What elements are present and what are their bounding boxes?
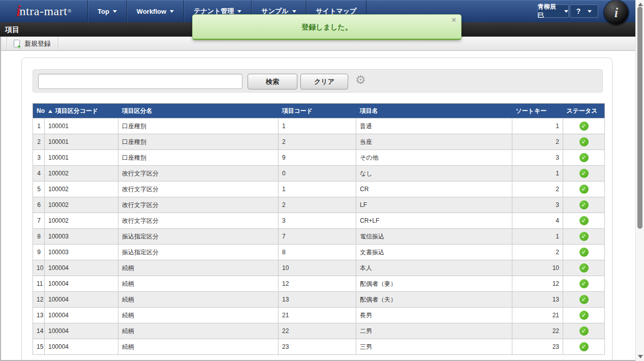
status-active-icon: ✓ [579,200,589,209]
cell-no: 8 [33,229,45,245]
cell-category-name: 口座種別 [118,134,279,150]
column-header-sort-key[interactable]: ソートキー [512,104,563,118]
status-active-icon: ✓ [579,342,589,351]
table-row[interactable]: 11100004続柄12配偶者（妻）12✓ [33,276,605,292]
table-row[interactable]: 14100004続柄22二男22✓ [33,323,605,339]
cell-category-code: 100002 [45,166,118,182]
search-input[interactable] [38,74,242,89]
cell-category-code: 100001 [45,118,118,134]
table-row[interactable]: 8100003振込指定区分7電信振込1✓ [33,229,605,245]
cell-item-code: 12 [279,276,356,292]
cell-item-code: 7 [279,229,356,245]
cell-no: 6 [33,197,45,213]
chevron-down-icon [588,10,592,13]
cell-no: 5 [33,182,45,197]
scroll-down-icon[interactable] [638,355,643,358]
status-active-icon: ✓ [579,295,589,304]
table-row[interactable]: 13100004続柄21長男21✓ [33,308,605,323]
table-row[interactable]: 3100001口座種別9その他3✓ [33,150,605,166]
cell-item-name: LF [356,197,512,213]
table-row[interactable]: 15100004続柄23三男23✓ [33,339,605,355]
cell-item-code: 2 [279,134,356,150]
cell-no: 4 [33,166,45,182]
table-row[interactable]: 12100004続柄13配偶者（夫）13✓ [33,292,605,308]
cell-item-name: 当座 [356,134,512,150]
close-icon[interactable]: × [452,16,456,23]
new-document-icon: + [14,40,20,48]
cell-sort-key: 13 [512,292,563,308]
logo-text: ntra-mart [20,5,68,18]
table-row[interactable]: 7100002改行文字区分3CR+LF4✓ [33,213,605,229]
intra-mart-circle-icon: i [604,1,628,24]
status-active-icon: ✓ [579,169,589,178]
cell-item-name: CR+LF [356,213,512,229]
scroll-up-icon[interactable] [638,3,643,6]
cell-category-name: 改行文字区分 [118,197,279,213]
cell-category-code: 100003 [45,245,118,260]
cell-category-name: 続柄 [118,292,279,308]
cell-sort-key: 21 [512,308,563,323]
cell-status: ✓ [563,339,605,355]
clear-button[interactable]: クリア [300,74,348,89]
cell-sort-key: 23 [512,339,563,355]
cell-status: ✓ [563,276,605,292]
table-row[interactable]: 2100001口座種別2当座2✓ [33,134,605,150]
table-row[interactable]: 10100004続柄10本人10✓ [33,260,605,276]
cell-item-name: 三男 [356,339,512,355]
cell-sort-key: 12 [512,276,563,292]
cell-category-code: 100002 [45,197,118,213]
cell-category-code: 100004 [45,276,118,292]
cell-category-name: 続柄 [118,323,279,339]
status-active-icon: ✓ [579,153,589,162]
cell-category-code: 100004 [45,292,118,308]
cell-sort-key: 3 [512,150,563,166]
cell-status: ✓ [563,182,605,197]
nav-item-workflow[interactable]: Workflow [127,0,183,22]
cell-item-code: 23 [279,339,356,355]
toolbar-separator [58,37,58,50]
gear-icon[interactable]: ⚙ [355,73,366,87]
table-row[interactable]: 5100002改行文字区分1CR2✓ [33,182,605,197]
cell-item-code: 3 [279,213,356,229]
cell-no: 9 [33,245,45,260]
cell-no: 2 [33,134,45,150]
cell-status: ✓ [563,197,605,213]
help-menu-button[interactable]: ? [570,5,598,18]
table-row[interactable]: 9100003振込指定区分8文書振込2✓ [33,245,605,260]
table-row[interactable]: 4100002改行文字区分0なし1✓ [33,166,605,182]
status-active-icon: ✓ [579,137,589,146]
cell-item-name: 二男 [356,323,512,339]
cell-category-code: 100001 [45,150,118,166]
user-menu-button[interactable]: 青柳辰巳 [537,5,569,18]
user-name: 青柳辰巳 [538,3,557,20]
column-header-category-name[interactable]: 項目区分名 [118,104,279,118]
cell-status: ✓ [563,150,605,166]
table-row[interactable]: 6100002改行文字区分2LF3✓ [33,197,605,213]
nav-item-top[interactable]: Top [87,0,127,22]
column-header-item-name[interactable]: 項目名 [356,104,512,118]
registered-mark: ® [68,9,71,14]
column-header-item-code[interactable]: 項目コード [279,104,356,118]
new-register-button[interactable]: + 新規登録 [7,37,58,50]
status-active-icon: ✓ [579,311,589,320]
column-header-category-code[interactable]: 項目区分コード [45,104,118,118]
column-header-no[interactable]: No [33,104,45,118]
status-active-icon: ✓ [579,326,589,336]
cell-category-name: 振込指定区分 [118,245,279,260]
cell-category-name: 改行文字区分 [118,213,279,229]
table-row[interactable]: 1100001口座種別1普通1✓ [33,118,605,134]
cell-no: 13 [33,308,45,323]
vertical-scrollbar[interactable] [635,0,644,361]
cell-category-name: 続柄 [118,276,279,292]
status-active-icon: ✓ [579,122,589,131]
search-button[interactable]: 検索 [248,74,297,89]
cell-category-name: 続柄 [118,260,279,276]
cell-no: 15 [33,339,45,355]
column-header-status[interactable]: ステータス [563,104,605,118]
status-active-icon: ✓ [579,185,589,194]
cell-item-code: 0 [279,166,356,182]
cell-category-name: 改行文字区分 [118,166,279,182]
notification-message: 登録しました。 [193,15,461,39]
intra-mart-logo[interactable]: intra-mart® [0,0,87,22]
scrollbar-thumb[interactable] [637,7,642,229]
